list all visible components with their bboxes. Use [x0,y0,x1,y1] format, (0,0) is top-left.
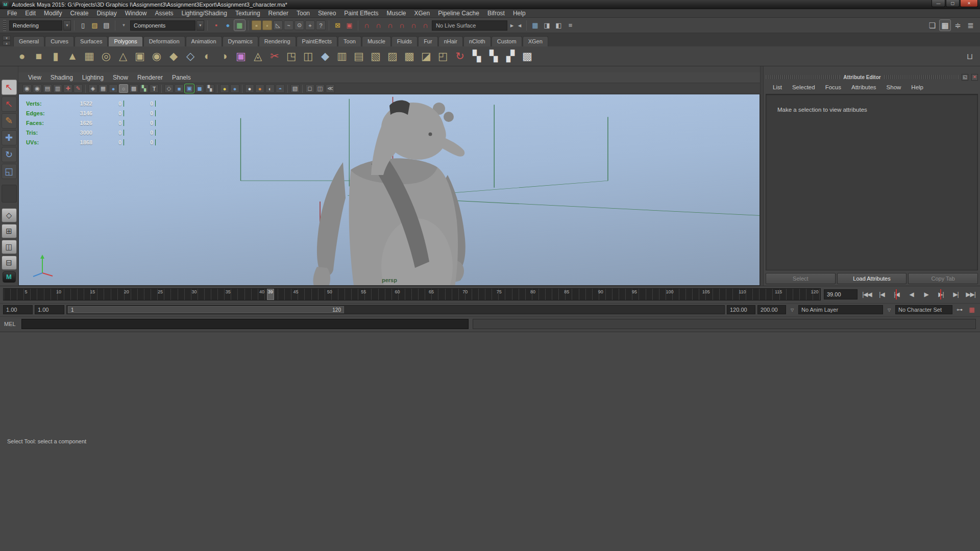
cut-faces-icon[interactable]: ✂ [267,48,282,64]
menu-item[interactable]: Paint Effects [340,10,382,17]
polygon-pyramid-icon[interactable]: △ [115,48,131,64]
menu-set-arrow-icon[interactable]: ▼ [63,20,71,31]
select-misc-icon[interactable]: ? [316,20,326,30]
polygon-cube-icon[interactable]: ■ [31,48,46,64]
revolve-icon[interactable]: ↻ [452,48,468,64]
tool-settings-toggle-icon[interactable]: ≑ [952,20,963,31]
bridge-icon[interactable]: ◫ [301,48,316,64]
animation-start-field[interactable]: 1.00 [3,305,33,314]
uv-planar-projection-icon[interactable]: ▚ [469,48,484,64]
wireframe-cube-icon[interactable]: ◻ [305,84,314,93]
shelf-tab[interactable]: nCloth [463,36,491,46]
menu-item[interactable]: Toon [292,10,314,17]
go-to-start-button[interactable]: |◀◀ [861,289,873,300]
current-time-field[interactable] [824,289,857,299]
select-points-icon[interactable]: ▫ [252,20,261,30]
menu-item[interactable]: Modify [40,10,66,17]
set-key-icon[interactable]: ⊶ [954,305,965,314]
shelf-tab[interactable]: Muscle [362,36,391,46]
shelf-tab[interactable]: Toon [338,36,361,46]
combine-icon[interactable]: ◆ [166,48,181,64]
field-chart-icon[interactable]: ▩ [129,84,138,93]
target-weld-icon[interactable]: ◪ [419,48,434,64]
polygon-torus-icon[interactable]: ◎ [99,48,114,64]
safe-action-icon[interactable]: ▚ [139,84,149,93]
layout-four-panes[interactable]: ⊞ [2,224,17,238]
snap-to-view-plane-icon[interactable]: ∩ [408,20,419,31]
separator[interactable] [287,85,288,93]
last-tool-slot[interactable] [2,185,17,203]
panel-menu-item[interactable]: Show [108,74,133,81]
move-tool[interactable]: ✚ [2,130,17,145]
separator[interactable] [302,85,303,93]
attribute-editor-button[interactable]: Copy Tab [908,273,978,284]
quad-draw-icon[interactable]: ◰ [435,48,451,64]
attribute-editor-menu-item[interactable]: Focus [820,84,846,90]
wireframe-icon[interactable]: ◇ [164,84,174,93]
menu-item[interactable]: Display [92,10,120,17]
current-frame-marker[interactable]: 39 [267,289,274,300]
character-set-field[interactable]: No Character Set [895,305,952,314]
maximize-button[interactable]: ▢ [946,0,960,7]
shelf-tab[interactable]: Custom [492,36,522,46]
float-panel-icon[interactable]: ◱ [962,74,968,81]
ui-elements-toggle-icon[interactable]: ❏ [927,20,938,31]
shelf-tab-menu-icon[interactable]: ▾ [3,36,11,40]
attribute-editor-button[interactable]: Select [766,273,836,284]
rotate-tool[interactable]: ↻ [2,147,17,162]
command-line-label[interactable]: MEL [4,321,17,327]
resolution-gate-icon[interactable]: ● [109,84,118,93]
select-tool[interactable]: ↖ [2,80,17,95]
snap-to-grid-icon[interactable]: ∩ [361,20,372,31]
lock-selection-icon[interactable]: ⊠ [332,20,343,31]
attribute-editor-menu-item[interactable]: List [768,84,787,90]
menu-item[interactable]: Window [121,10,151,17]
material-override-icon[interactable]: ● [255,84,264,93]
menu-item[interactable]: Texturing [231,10,264,17]
play-forwards-button[interactable]: ▶ [920,289,933,300]
menu-item[interactable]: Help [509,10,530,17]
camera-attributes-icon[interactable]: ▤ [43,84,52,93]
render-view-icon[interactable]: ▦ [530,20,541,31]
layout-single-pane[interactable]: ◇ [2,208,17,222]
menu-item[interactable]: Assets [151,10,177,17]
channel-box-toggle-icon[interactable]: ≣ [965,20,976,31]
smooth-shade-icon[interactable]: ■ [175,84,184,93]
snap-to-point-icon[interactable]: ∩ [385,20,396,31]
xray-joints-icon[interactable]: ◓ [276,84,285,93]
attribute-editor-button[interactable]: Load Attributes [837,273,907,284]
bevel-icon[interactable]: ◆ [317,48,333,64]
playback-end-field[interactable]: 120.00 [727,305,755,314]
uv-spherical-projection-icon[interactable]: ▞ [503,48,518,64]
save-scene-icon[interactable]: ▤ [101,20,112,31]
selection-mode-arrow-icon[interactable]: ▼ [197,20,204,31]
auto-keyframe-icon[interactable]: ▦ [967,305,977,314]
wireframe-on-shaded-icon[interactable]: ▣ [185,84,194,93]
share-view-icon[interactable]: ≪ [326,84,335,93]
layout-hypergraph-persp[interactable]: ⊟ [2,256,17,270]
step-forward-frame-button[interactable]: ▶| [949,289,962,300]
lasso-select-tool[interactable]: ↖ [2,96,17,112]
panel-layout-icon[interactable]: ◫ [315,84,325,93]
make-live-icon[interactable]: ∩ [420,20,431,31]
animation-end-field[interactable]: 200.00 [757,305,786,314]
boolean-difference-icon[interactable]: ◑ [216,48,232,64]
insert-edge-loop-icon[interactable]: ▤ [351,48,366,64]
panel-menu-item[interactable]: Panels [167,74,195,81]
default-material-icon[interactable]: ● [245,84,254,93]
shelf-tab[interactable]: XGen [523,36,548,46]
anim-layer-dropdown-icon[interactable]: ▽ [788,306,796,314]
lighting-icon[interactable]: ● [220,84,229,93]
snap-to-projected-center-icon[interactable]: ∩ [397,20,407,31]
attribute-editor-menu-item[interactable]: Selected [787,84,820,90]
lock-camera-icon[interactable]: ◉ [33,84,42,93]
select-faces-icon[interactable]: ◺ [273,20,283,30]
menu-item[interactable]: Bifrost [483,10,509,17]
image-plane-icon[interactable]: ✚ [63,84,72,93]
snap-to-curve-icon[interactable]: ∩ [373,20,384,31]
anim-layer-field[interactable]: No Anim Layer [798,305,883,314]
attribute-editor-menu-item[interactable]: Attributes [846,84,881,90]
attribute-editor-menu-item[interactable]: Help [906,84,928,90]
triangulate-icon[interactable]: ◬ [250,48,265,64]
separator[interactable] [217,85,217,93]
